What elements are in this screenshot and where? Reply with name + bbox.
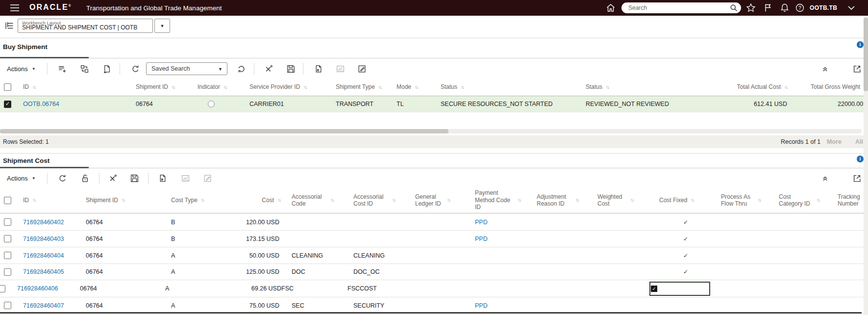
column-header-status-1[interactable]: Status↑↓ (436, 79, 581, 96)
notifications-bell-icon[interactable] (780, 3, 790, 13)
column-header-mode[interactable]: Mode↑↓ (392, 79, 436, 96)
cost-id-link[interactable]: 716928460402 (23, 219, 64, 226)
table-row[interactable]: 716928460403 06764 B 173.15 USD PPD ✓ (0, 231, 868, 247)
row-checkbox[interactable] (4, 218, 11, 226)
export-icon[interactable] (314, 59, 322, 79)
cost-id-link[interactable]: 716928460406 (17, 285, 58, 292)
sort-icon[interactable]: ↑↓ (330, 197, 333, 203)
indicator-circle-icon[interactable] (208, 101, 215, 107)
column-header-accessorial-cost-id[interactable]: Accessorial Cost ID↑↓ (349, 187, 411, 213)
buy-shipment-hscrollbar[interactable] (0, 129, 862, 133)
sort-icon[interactable]: ↑↓ (817, 197, 819, 203)
column-header-shipment-id[interactable]: Shipment ID↑↓ (131, 79, 193, 96)
shipment-cost-info-icon[interactable]: i (857, 156, 864, 162)
clear-search-icon[interactable] (109, 169, 117, 187)
sort-icon[interactable]: ↑↓ (415, 84, 418, 90)
column-header-process-as-flow-thru[interactable]: Process As Flow Thru↑↓ (717, 187, 774, 213)
column-header-id[interactable]: ID↑↓ (19, 79, 131, 96)
reload-search-icon[interactable] (131, 59, 140, 79)
unlock-icon[interactable] (81, 169, 89, 187)
column-header-shipment-id[interactable]: Shipment ID↑↓ (81, 187, 167, 213)
shipment-id-link[interactable]: OOTB.06764 (23, 101, 59, 107)
cost-fixed-edit-field[interactable]: ✓ (649, 282, 710, 296)
clear-search-icon[interactable] (265, 59, 273, 79)
column-header-adjustment-reason-id[interactable]: Adjustment Reason ID↑↓ (532, 187, 593, 213)
payment-method-link[interactable]: PPD (475, 219, 488, 226)
page-vertical-scrollbar[interactable] (864, 16, 868, 315)
cost-id-link[interactable]: 716928460404 (23, 252, 64, 259)
cost-id-link[interactable]: 716928460403 (23, 236, 64, 242)
column-header-shipment-type[interactable]: Shipment Type↑↓ (331, 79, 392, 96)
column-header-general-ledger-id[interactable]: General Ledger ID↑↓ (411, 187, 471, 213)
sort-icon[interactable]: ↑↓ (461, 84, 464, 90)
cost-id-link[interactable]: 716928460407 (23, 302, 64, 309)
payment-method-link[interactable]: PPD (475, 302, 488, 309)
sort-icon[interactable]: ↑↓ (691, 197, 694, 203)
row-checkbox[interactable] (0, 285, 5, 292)
collapse-panel-icon[interactable] (821, 59, 829, 79)
column-header-id[interactable]: ID↑↓ (19, 187, 81, 213)
sort-icon[interactable]: ↑↓ (758, 197, 761, 203)
row-checkbox[interactable] (4, 268, 11, 276)
hscrollbar-thumb[interactable] (0, 129, 448, 133)
column-header-accessorial-code[interactable]: Accessorial Code↑↓ (287, 187, 349, 213)
favorites-star-icon[interactable] (746, 3, 756, 13)
user-chevron-down-icon[interactable] (847, 4, 856, 11)
copy-records-icon[interactable] (80, 59, 89, 79)
vscrollbar-thumb[interactable] (864, 18, 868, 91)
sort-icon[interactable]: ↑↓ (201, 197, 204, 203)
refresh-icon[interactable] (58, 169, 67, 187)
export-icon[interactable] (158, 169, 167, 187)
select-all-checkbox[interactable] (4, 83, 11, 91)
column-header-payment-method-code-id[interactable]: Payment Method Code ID↑↓ (471, 187, 532, 213)
table-row[interactable]: 716928460404 06764 A 50.00 USD CLEANING … (0, 247, 868, 264)
column-header-cost-fixed[interactable]: Cost Fixed↑↓ (655, 187, 717, 213)
refresh-icon[interactable] (237, 59, 246, 79)
column-header-weighted-cost[interactable]: Weighted Cost↑↓ (593, 187, 655, 213)
buy-shipment-row[interactable]: OOTB.06764 06764 CARRIER01 TRANSPORT TL … (0, 96, 868, 112)
global-search-input[interactable]: Search (621, 2, 741, 13)
sort-icon[interactable]: ↑↓ (392, 197, 395, 203)
new-line-icon[interactable] (58, 59, 67, 79)
payment-method-link[interactable]: PPD (475, 236, 488, 242)
sort-icon[interactable]: ↑↓ (122, 197, 124, 203)
sort-icon[interactable]: ↑↓ (277, 197, 280, 203)
workbench-layout-select[interactable]: Workbench Layout SHIPMENT AND SHIPMENT C… (18, 19, 153, 33)
shipment-cost-actions-button[interactable]: Actions▼ (7, 169, 36, 187)
sort-icon[interactable]: ↑↓ (172, 84, 174, 90)
column-header-total-gross-weight[interactable]: Total Gross Weight (794, 79, 868, 96)
table-row[interactable]: 716928460402 06764 B 120.00 USD PPD ✓ (0, 214, 868, 231)
row-checkbox-checked[interactable] (4, 101, 11, 108)
sort-icon[interactable]: ↑↓ (630, 197, 633, 203)
sort-icon[interactable]: ↑↓ (32, 197, 35, 203)
column-header-total-actual-cost[interactable]: Total Actual Cost↑↓ (725, 79, 794, 96)
flag-icon[interactable] (763, 3, 773, 13)
all-button[interactable]: All (855, 138, 863, 145)
sort-icon[interactable]: ↑↓ (518, 197, 521, 203)
workbench-layout-dropdown-button[interactable]: ▼ (154, 19, 170, 33)
sort-icon[interactable]: ↑↓ (575, 197, 578, 203)
table-row[interactable]: 716928460407 06764 A 75.00 USD SEC SECUR… (0, 297, 868, 314)
row-checkbox[interactable] (4, 302, 11, 309)
column-header-cost-category-id[interactable]: Cost Category ID↑↓ (774, 187, 833, 213)
cost-id-link[interactable]: 716928460405 (23, 268, 64, 275)
more-button[interactable]: More (827, 138, 842, 145)
sort-icon[interactable]: ↑↓ (32, 84, 35, 90)
sort-icon[interactable]: ↑↓ (447, 197, 450, 203)
edit-icon[interactable] (358, 59, 366, 79)
sort-icon[interactable]: ↑↓ (303, 84, 306, 90)
buy-shipment-actions-button[interactable]: Actions▼ (7, 59, 36, 79)
new-document-icon[interactable] (103, 59, 111, 79)
collapse-panel-icon[interactable] (821, 169, 829, 187)
save-icon[interactable] (130, 169, 139, 187)
column-header-cost[interactable]: Cost↑↓ (240, 187, 287, 213)
expand-panel-icon[interactable] (853, 169, 861, 187)
column-header-indicator[interactable]: Indicator↑↓ (193, 79, 245, 96)
search-icon[interactable] (730, 4, 738, 12)
expand-panel-icon[interactable] (853, 59, 861, 79)
sort-icon[interactable]: ↑↓ (784, 84, 787, 90)
workbench-layout-icon[interactable] (5, 22, 14, 32)
row-checkbox[interactable] (4, 252, 11, 259)
table-row[interactable]: 716928460405 06764 A 125.00 USD DOC DOC_… (0, 264, 868, 280)
row-checkbox[interactable] (4, 235, 11, 242)
